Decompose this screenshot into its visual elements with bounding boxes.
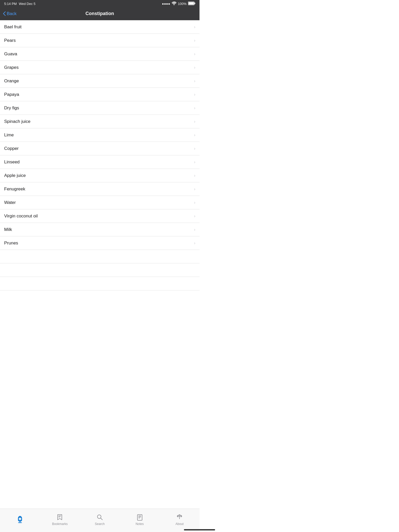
remedies-list: Bael fruit › Pears › Guava › Grapes › Or… [0, 20, 200, 290]
list-item-label: Orange [4, 78, 19, 84]
chevron-right-icon: › [194, 119, 195, 124]
list-item-label: Apple juice [4, 173, 26, 178]
main-content: Bael fruit › Pears › Guava › Grapes › Or… [0, 20, 200, 314]
chevron-right-icon: › [194, 146, 195, 151]
wifi-icon [172, 2, 176, 6]
nav-bar: Back Constipation [0, 7, 200, 20]
list-item[interactable]: Milk › [0, 223, 200, 236]
list-item[interactable]: Orange › [0, 74, 200, 88]
list-item-label: Fenugreek [4, 187, 25, 192]
list-item-label: Virgin coconut oil [4, 214, 38, 219]
chevron-right-icon: › [194, 241, 195, 245]
back-button[interactable]: Back [3, 11, 17, 16]
list-item-label: Guava [4, 51, 17, 57]
list-item[interactable]: Pears › [0, 34, 200, 47]
chevron-right-icon: › [194, 133, 195, 137]
chevron-right-icon: › [194, 92, 195, 97]
chevron-right-icon: › [194, 214, 195, 218]
status-date: Wed Dec 5 [19, 2, 35, 6]
chevron-right-icon: › [194, 187, 195, 191]
status-bar: 5:14 PM Wed Dec 5 ●●●● 100% [0, 0, 200, 7]
list-item[interactable]: Apple juice › [0, 169, 200, 182]
list-item[interactable]: Dry figs › [0, 101, 200, 115]
status-icons: ●●●● 100% [162, 2, 195, 6]
list-item[interactable]: Prunes › [0, 236, 200, 250]
chevron-right-icon: › [194, 79, 195, 83]
list-item[interactable]: Copper › [0, 142, 200, 155]
list-item-label: Papaya [4, 92, 19, 97]
list-item-label: Copper [4, 146, 19, 151]
list-item[interactable]: Grapes › [0, 61, 200, 74]
chevron-right-icon: › [194, 200, 195, 205]
battery-status: 100% [178, 2, 187, 6]
chevron-right-icon: › [194, 173, 195, 178]
back-label: Back [7, 11, 17, 16]
chevron-right-icon: › [194, 65, 195, 70]
list-item-label: Milk [4, 227, 12, 232]
empty-row [0, 250, 200, 263]
chevron-right-icon: › [194, 227, 195, 232]
chevron-right-icon: › [194, 38, 195, 43]
list-item-label: Grapes [4, 65, 19, 70]
battery-icon [188, 2, 195, 6]
list-item[interactable]: Virgin coconut oil › [0, 209, 200, 223]
list-item-label: Prunes [4, 241, 18, 246]
list-item[interactable]: Bael fruit › [0, 20, 200, 34]
list-item-label: Pears [4, 38, 16, 43]
empty-row [0, 263, 200, 277]
chevron-right-icon: › [194, 106, 195, 110]
list-item[interactable]: Water › [0, 196, 200, 209]
chevron-right-icon: › [194, 52, 195, 56]
list-item-label: Water [4, 200, 16, 205]
chevron-right-icon: › [194, 160, 195, 164]
list-item[interactable]: Guava › [0, 47, 200, 61]
list-item-label: Bael fruit [4, 24, 22, 30]
status-time-date: 5:14 PM Wed Dec 5 [4, 2, 36, 6]
page-title: Constipation [85, 11, 114, 16]
list-item-label: Spinach juice [4, 119, 30, 124]
list-item[interactable]: Lime › [0, 128, 200, 142]
list-item-label: Lime [4, 132, 14, 138]
list-item[interactable]: Spinach juice › [0, 115, 200, 128]
svg-rect-2 [189, 2, 194, 4]
list-item-label: Dry figs [4, 105, 19, 111]
list-item-label: Linseed [4, 159, 20, 165]
list-item[interactable]: Linseed › [0, 155, 200, 169]
svg-rect-1 [195, 3, 195, 4]
signal-icon: ●●●● [162, 2, 170, 6]
list-item[interactable]: Papaya › [0, 88, 200, 101]
status-time: 5:14 PM [4, 2, 17, 6]
chevron-right-icon: › [194, 25, 195, 29]
list-item[interactable]: Fenugreek › [0, 182, 200, 196]
empty-row [0, 277, 200, 290]
